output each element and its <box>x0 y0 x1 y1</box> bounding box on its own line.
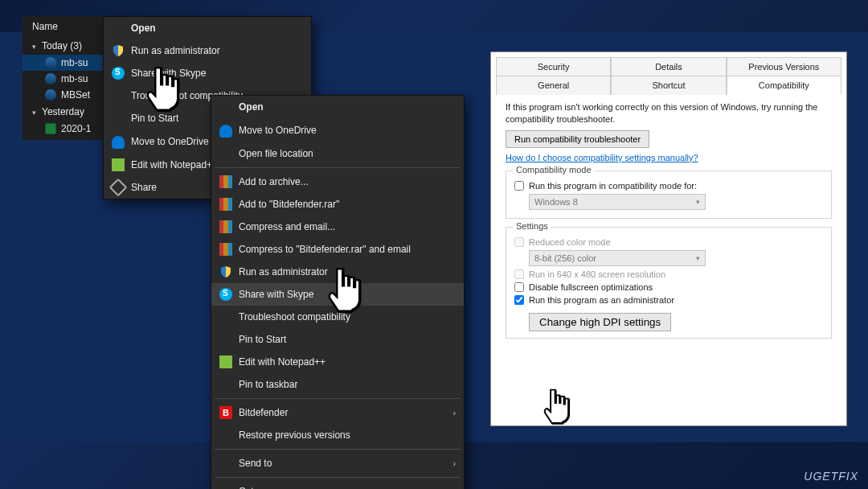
tab-details[interactable]: Details <box>611 57 726 76</box>
menu-item[interactable]: Compress to "Bitdefender.rar" and email <box>211 238 464 261</box>
menu-separator <box>215 167 461 168</box>
menu-item[interactable]: Run as administrator <box>104 39 311 62</box>
menu-open[interactable]: Open <box>104 17 311 39</box>
change-dpi-button[interactable]: Change high DPI settings <box>529 313 671 331</box>
blank-icon <box>219 310 232 323</box>
menu-item[interactable]: Compress and email... <box>211 216 464 238</box>
compat-mode-checkbox[interactable]: Run this program in compatibility mode f… <box>514 181 823 191</box>
watermark: UGETFIX <box>804 470 858 483</box>
archive-icon <box>219 243 232 256</box>
menu-item[interactable]: Add to "Bitdefender.rar" <box>211 193 464 216</box>
notepadpp-icon <box>112 158 125 171</box>
notepadpp-icon <box>219 355 232 368</box>
compat-hint: If this program isn't working correctly … <box>506 101 832 125</box>
run-640-checkbox[interactable]: Run in 640 x 480 screen resolution <box>514 269 823 279</box>
menu-item[interactable]: Add to archive... <box>211 171 464 193</box>
menu-separator <box>215 449 461 450</box>
color-combo[interactable]: 8-bit (256) color▾ <box>529 250 706 266</box>
blank-icon <box>112 112 125 125</box>
app-icon <box>45 57 56 68</box>
menu-item[interactable]: Move to OneDrive <box>211 118 464 142</box>
archive-icon <box>219 220 232 233</box>
tab-general[interactable]: General <box>496 76 611 95</box>
menu-item[interactable]: BBitdefender› <box>211 401 464 424</box>
onedrive-icon <box>112 136 125 149</box>
run-troubleshooter-button[interactable]: Run compatibility troubleshooter <box>506 130 649 148</box>
excel-icon <box>45 123 56 134</box>
archive-icon <box>219 175 232 188</box>
compat-mode-group: Compatibility mode Run this program in c… <box>506 171 832 219</box>
chevron-right-icon: › <box>453 409 456 417</box>
onedrive-icon <box>219 125 232 138</box>
menu-item[interactable]: Pin to Start <box>211 328 464 351</box>
blank-icon <box>219 485 232 489</box>
menu-item[interactable]: Open file location <box>211 142 464 165</box>
shield-icon <box>112 44 125 57</box>
settings-group: Settings Reduced color mode 8-bit (256) … <box>506 227 832 339</box>
properties-dialog: Security Details Previous Versions Gener… <box>490 51 847 426</box>
app-icon <box>45 73 56 84</box>
cursor-hand-icon <box>538 386 574 434</box>
menu-separator <box>215 477 461 478</box>
reduced-color-checkbox[interactable]: Reduced color mode <box>514 237 823 247</box>
tab-shortcut[interactable]: Shortcut <box>611 76 726 95</box>
menu-open[interactable]: Open <box>211 96 464 118</box>
menu-item[interactable]: Pin to taskbar <box>211 373 464 396</box>
shield-icon <box>219 265 232 278</box>
menu-item[interactable]: Send to› <box>211 452 464 475</box>
run-as-admin-checkbox[interactable]: Run this program as an administrator <box>514 295 823 305</box>
menu-item[interactable]: Edit with Notepad++ <box>211 351 464 373</box>
blank-icon <box>219 378 232 391</box>
menu-item[interactable]: Share with Skype <box>104 62 311 84</box>
cursor-hand-icon <box>140 63 185 123</box>
blank-icon <box>112 89 125 102</box>
cursor-hand-icon <box>321 264 366 324</box>
skype-icon <box>112 67 125 80</box>
blank-icon <box>219 147 232 160</box>
blank-icon <box>219 457 232 470</box>
blank-icon <box>219 429 232 442</box>
bitdefender-icon: B <box>219 406 232 419</box>
skype-icon <box>219 288 232 301</box>
archive-icon <box>219 198 232 211</box>
tab-security[interactable]: Security <box>496 57 611 76</box>
blank-icon <box>219 333 232 346</box>
compat-mode-combo[interactable]: Windows 8▾ <box>529 194 706 210</box>
share-icon <box>109 179 128 197</box>
menu-item[interactable]: Cut <box>211 480 464 489</box>
chevron-right-icon: › <box>453 459 456 468</box>
tab-compatibility[interactable]: Compatibility <box>727 76 841 96</box>
app-icon <box>45 89 56 101</box>
disable-fullscreen-checkbox[interactable]: Disable fullscreen optimizations <box>514 282 823 292</box>
tab-previous-versions[interactable]: Previous Versions <box>727 57 841 76</box>
menu-separator <box>215 398 461 399</box>
menu-item[interactable]: Restore previous versions <box>211 424 464 446</box>
compat-help-link[interactable]: How do I choose compatibility settings m… <box>506 153 832 162</box>
